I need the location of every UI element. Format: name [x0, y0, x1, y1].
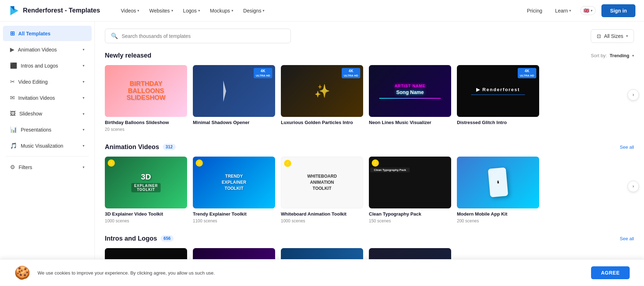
- main-layout: ⊞ All Templates ▶ Animation Videos ▾ ⬛ I…: [0, 21, 644, 286]
- sidebar-item-slideshow[interactable]: 🖼 Slideshow ▾: [3, 106, 92, 121]
- chevron-down-icon: ▾: [83, 96, 84, 100]
- sidebar-item-invitation-videos[interactable]: ✉ Invitation Videos ▾: [3, 90, 92, 105]
- sidebar-divider: [6, 156, 89, 157]
- section-title: Intros and Logos 656: [105, 235, 174, 242]
- size-filter-dropdown[interactable]: ⊡ All Sizes ▾: [591, 29, 634, 43]
- sidebar-item-filters[interactable]: ⚙ Filters ▾: [3, 159, 92, 175]
- envelope-icon: ✉: [10, 94, 15, 101]
- card-thumbnail: ▶ Renderforest 4KULTRA HD: [457, 65, 539, 117]
- sidebar-item-intros-logos[interactable]: ⬛ Intros and Logos ▾: [3, 58, 92, 73]
- card-whiteboard[interactable]: ⭐ WHITEBOARDANIMATIONTOOLKIT Whiteboard …: [281, 157, 363, 223]
- card-scenes: 1000 scenes: [105, 218, 187, 223]
- chevron-down-icon: ▾: [83, 64, 84, 68]
- music-icon: 🎵: [10, 142, 17, 149]
- card-thumbnail: ✨ 4KULTRA HD: [281, 65, 363, 117]
- sidebar-item-animation-videos[interactable]: ▶ Animation Videos ▾: [3, 42, 92, 57]
- chevron-down-icon: ▾: [83, 80, 84, 84]
- section-badge: 656: [161, 235, 174, 242]
- animation-videos-section: Animation Videos 312 See all ⭐ 3D EXPLAI…: [105, 143, 634, 223]
- card-thumbnail: ⭐ Clean Typography Pack: [369, 157, 451, 208]
- nav-pricing[interactable]: Pricing: [523, 6, 546, 16]
- cookie-agree-button[interactable]: AGREE: [591, 266, 630, 279]
- section-badge: 312: [163, 144, 176, 150]
- section-title: Animation Videos 312: [105, 143, 176, 151]
- card-3d-explainer[interactable]: ⭐ 3D EXPLAINERTOOLKIT 3D Explainer Video…: [105, 157, 187, 223]
- nav-learn[interactable]: Learn ▾: [552, 6, 575, 16]
- see-all-link[interactable]: See all: [620, 236, 634, 241]
- chevron-down-icon: ▾: [626, 34, 628, 38]
- card-title: Luxurious Golden Particles Intro: [281, 120, 363, 126]
- cookie-icon: 🍪: [14, 265, 30, 280]
- card-title: Whiteboard Animation Toolkit: [281, 211, 363, 217]
- search-icon: 🔍: [111, 33, 118, 39]
- animation-videos-cards: ⭐ 3D EXPLAINERTOOLKIT 3D Explainer Video…: [105, 157, 634, 223]
- next-button[interactable]: ›: [628, 89, 639, 101]
- main-content: 🔍 ⊡ All Sizes ▾ Newly released Sort by: …: [95, 21, 644, 286]
- card-thumbnail: BIRTHDAYBALLOONSSLIDESHOW: [105, 65, 187, 117]
- nav-logos[interactable]: Logos ▾: [180, 6, 204, 16]
- section-header: Newly released Sort by: Trending ▾: [105, 52, 634, 59]
- card-thumbnail: 📱: [457, 157, 539, 208]
- sidebar-item-all-templates[interactable]: ⊞ All Templates: [3, 26, 92, 41]
- section-title: Newly released: [105, 52, 151, 59]
- card-birthday[interactable]: BIRTHDAYBALLOONSSLIDESHOW Birthday Ballo…: [105, 65, 187, 132]
- filter-icon: ⚙: [10, 164, 15, 171]
- card-trendy[interactable]: ⭐ TRENDYEXPLAINERTOOLKIT Trendy Explaine…: [193, 157, 275, 223]
- nav-designs[interactable]: Designs ▾: [240, 6, 268, 16]
- section-header: Animation Videos 312 See all: [105, 143, 634, 151]
- badge-4k: 4KULTRA HD: [518, 68, 536, 78]
- card-mobile[interactable]: 📱 Modern Mobile App Kit 200 scenes: [457, 157, 539, 223]
- chevron-down-icon: ▾: [231, 9, 233, 13]
- sidebar-item-video-editing[interactable]: ✂ Video Editing ▾: [3, 74, 92, 89]
- card-scenes: 20 scenes: [105, 127, 187, 132]
- language-selector[interactable]: 🇬🇧 ▾: [580, 6, 596, 15]
- card-glitch[interactable]: ▶ Renderforest 4KULTRA HD Distressed Gli…: [457, 65, 539, 127]
- newly-released-section: Newly released Sort by: Trending ▾ BIRTH…: [105, 52, 634, 132]
- card-title: Minimal Shadows Opener: [193, 120, 275, 126]
- card-shadows[interactable]: 4KULTRA HD Minimal Shadows Opener: [193, 65, 275, 127]
- scissors-icon: ✂: [10, 78, 15, 85]
- chevron-down-icon: ▾: [569, 9, 571, 13]
- logo[interactable]: Renderforest - Templates: [9, 5, 100, 16]
- nav-mockups[interactable]: Mockups ▾: [206, 6, 237, 16]
- chevron-down-icon: ▾: [171, 9, 173, 13]
- card-title: Neon Lines Music Visualizer: [369, 120, 451, 126]
- chevron-down-icon: ▾: [591, 9, 592, 13]
- card-scenes: 200 scenes: [457, 218, 539, 223]
- nav-videos[interactable]: Videos ▾: [117, 6, 143, 16]
- grid-icon: ⊞: [10, 30, 15, 37]
- presentation-icon: 📊: [10, 126, 17, 133]
- card-neon[interactable]: ARTIST NAME Song Name Neon Lines Music V…: [369, 65, 451, 127]
- sign-in-button[interactable]: Sign in: [601, 4, 635, 17]
- card-thumbnail: ⭐ TRENDYEXPLAINERTOOLKIT: [193, 157, 275, 208]
- card-thumbnail: ⭐ WHITEBOARDANIMATIONTOOLKIT: [281, 157, 363, 208]
- sidebar-item-presentations[interactable]: 📊 Presentations ▾: [3, 122, 92, 137]
- chevron-down-icon: ▾: [198, 9, 200, 13]
- card-thumbnail: ARTIST NAME Song Name: [369, 65, 451, 117]
- search-input[interactable]: [122, 33, 285, 39]
- card-scenes: 150 scenes: [369, 218, 451, 223]
- chevron-down-icon: ▾: [83, 112, 84, 116]
- sort-value[interactable]: Trending: [610, 53, 629, 58]
- nav-websites[interactable]: Websites ▾: [146, 6, 176, 16]
- sidebar-item-music-visualization[interactable]: 🎵 Music Visualization ▾: [3, 138, 92, 153]
- chevron-down-icon: ▾: [83, 48, 84, 51]
- card-scenes: 1100 scenes: [193, 218, 275, 223]
- size-filter-icon: ⊡: [597, 33, 601, 39]
- card-title: Clean Typography Pack: [369, 211, 451, 217]
- badge-4k: 4KULTRA HD: [254, 68, 272, 78]
- next-button[interactable]: ›: [628, 181, 639, 192]
- badge-4k: 4KULTRA HD: [342, 68, 360, 78]
- sidebar: ⊞ All Templates ▶ Animation Videos ▾ ⬛ I…: [0, 21, 95, 286]
- card-particles[interactable]: ✨ 4KULTRA HD Luxurious Golden Particles …: [281, 65, 363, 127]
- cookie-banner: 🍪 We use cookies to improve your experie…: [0, 259, 644, 286]
- chevron-down-icon: ▾: [263, 9, 264, 13]
- chevron-down-icon: ▾: [83, 128, 84, 132]
- card-typography[interactable]: ⭐ Clean Typography Pack Clean Typography…: [369, 157, 451, 223]
- card-title: Birthday Balloons Slideshow: [105, 120, 187, 126]
- chevron-down-icon: ▾: [83, 165, 84, 169]
- newly-released-cards: BIRTHDAYBALLOONSSLIDESHOW Birthday Ballo…: [105, 65, 634, 132]
- see-all-link[interactable]: See all: [620, 144, 634, 150]
- search-box: 🔍: [105, 29, 291, 43]
- top-navigation: Renderforest - Templates Videos ▾ Websit…: [0, 0, 644, 21]
